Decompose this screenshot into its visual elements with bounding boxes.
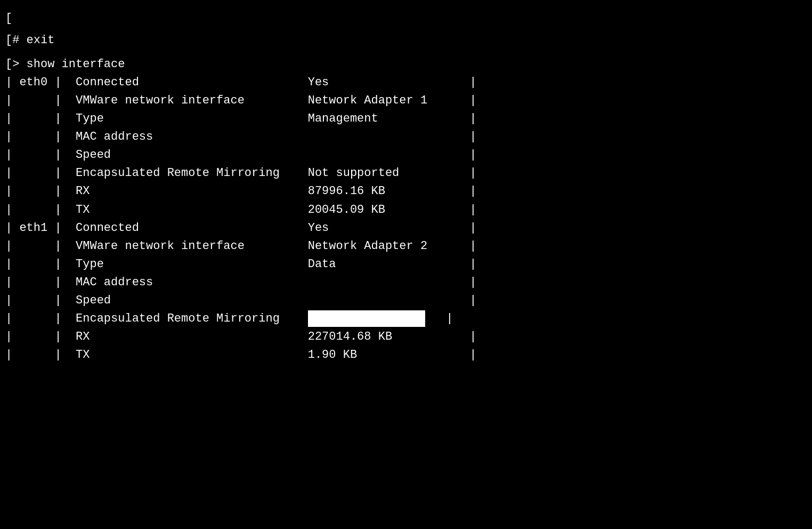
table-row-eth0-rx: | | RX 87996.16 KB | bbox=[5, 182, 807, 201]
table-row-eth0-vmware: | | VMWare network interface Network Ada… bbox=[5, 92, 807, 110]
cmd-config-exit: [ bbox=[5, 10, 807, 28]
table-row-eth1-connected: | eth1 | Connected Yes | bbox=[5, 219, 807, 237]
table-row-eth1-type: | | Type Data | bbox=[5, 255, 807, 274]
table-row-eth1-mac: | | MAC address | bbox=[5, 274, 807, 292]
cmd-show-interface: [> show interface bbox=[5, 55, 807, 74]
table-row-eth0-speed: | | Speed | bbox=[5, 146, 807, 164]
table-row-eth0-type: | | Type Management | bbox=[5, 110, 807, 128]
table-row-eth1-speed: | | Speed | bbox=[5, 292, 807, 310]
cmd-exit: [# exit bbox=[5, 31, 807, 50]
encap-highlight bbox=[308, 310, 425, 327]
table-row-eth1-tx: | | TX 1.90 KB | bbox=[5, 346, 807, 364]
table-row-eth0-mac: | | MAC address | bbox=[5, 128, 807, 146]
table-row-eth1-vmware: | | VMWare network interface Network Ada… bbox=[5, 237, 807, 255]
table-row-eth0-tx: | | TX 20045.09 KB | bbox=[5, 201, 807, 219]
terminal-window: [ [# exit [> show interface | eth0 | Con… bbox=[5, 10, 807, 364]
table-row-eth1-rx: | | RX 227014.68 KB | bbox=[5, 328, 807, 346]
table-row-eth1-encap: | | Encapsulated Remote Mirroring | bbox=[5, 310, 807, 328]
table-row-eth0-encap: | | Encapsulated Remote Mirroring Not su… bbox=[5, 164, 807, 182]
table-row-eth0-connected: | eth0 | Connected Yes | bbox=[5, 74, 807, 92]
